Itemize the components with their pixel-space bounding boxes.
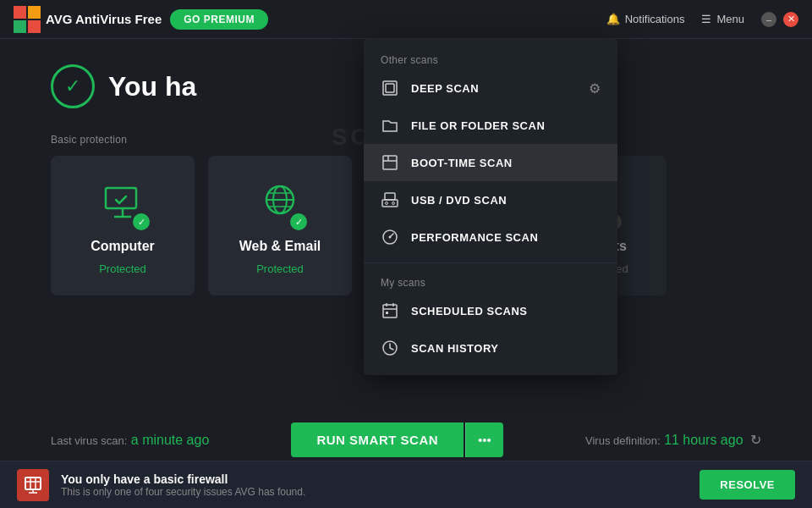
minimize-button[interactable]: – — [761, 12, 776, 27]
my-scans-label: My scans — [364, 270, 617, 292]
boot-time-scan-item[interactable]: BOOT-TIME SCAN — [364, 144, 617, 181]
resolve-button[interactable]: RESOLVE — [700, 470, 795, 500]
svg-rect-29 — [383, 156, 397, 169]
svg-rect-33 — [382, 200, 398, 207]
notifications-button[interactable]: 🔔 Notifications — [606, 13, 685, 25]
file-folder-scan-icon — [381, 116, 399, 135]
scan-history-label: SCAN HISTORY — [411, 342, 601, 355]
computer-card[interactable]: ✓ Computer Protected — [51, 156, 195, 295]
svg-rect-21 — [25, 478, 41, 489]
dropdown-divider — [364, 262, 617, 263]
notifications-label: Notifications — [625, 13, 685, 25]
scheduled-scans-label: SCHEDULED SCANS — [411, 305, 601, 318]
bell-icon: 🔔 — [606, 13, 620, 25]
status-check-circle: ✓ — [51, 64, 95, 108]
scan-history-item[interactable]: SCAN HISTORY — [364, 329, 617, 367]
close-button[interactable]: ✕ — [783, 12, 798, 27]
deep-scan-gear-icon[interactable]: ⚙ — [589, 80, 601, 97]
svg-rect-38 — [383, 305, 397, 318]
bottom-bar: Last virus scan: a minute ago RUN SMART … — [0, 422, 812, 457]
window-controls: – ✕ — [761, 12, 798, 27]
firewall-icon — [24, 476, 42, 494]
title-bar: AVG AntiVirus Free GO PREMIUM 🔔 Notifica… — [0, 0, 812, 39]
file-folder-scan-label: FILE OR FOLDER SCAN — [411, 119, 601, 132]
avg-logo: AVG AntiVirus Free — [14, 6, 162, 33]
run-smart-scan-button[interactable]: RUN SMART SCAN — [291, 422, 464, 457]
web-email-icon-area: ✓ — [253, 176, 307, 230]
web-email-card[interactable]: ✓ Web & Email Protected — [208, 156, 352, 295]
computer-card-status: Protected — [99, 262, 146, 275]
menu-label: Menu — [716, 13, 744, 25]
performance-scan-item[interactable]: PERFORMANCE SCAN — [364, 218, 617, 256]
status-text: You ha — [108, 71, 196, 102]
notif-title: You only have a basic firewall — [61, 472, 688, 486]
boot-time-scan-label: BOOT-TIME SCAN — [411, 157, 601, 169]
menu-button[interactable]: ☰ Menu — [701, 13, 744, 25]
computer-check-badge: ✓ — [133, 213, 150, 230]
scheduled-scans-item[interactable]: SCHEDULED SCANS — [364, 292, 617, 329]
svg-rect-32 — [385, 193, 395, 200]
web-email-check-badge: ✓ — [290, 213, 307, 230]
last-scan-info: Last virus scan: a minute ago — [51, 433, 209, 448]
app-name: AVG AntiVirus Free — [46, 12, 162, 26]
computer-card-title: Computer — [91, 239, 155, 254]
svg-rect-3 — [28, 20, 41, 33]
last-scan-time: a minute ago — [131, 433, 210, 447]
svg-rect-2 — [14, 20, 26, 33]
svg-point-35 — [392, 202, 395, 205]
svg-rect-1 — [28, 6, 41, 19]
usb-dvd-scan-icon — [381, 190, 399, 209]
notif-firewall-icon — [17, 469, 49, 501]
title-bar-right: 🔔 Notifications ☰ Menu – ✕ — [606, 12, 798, 27]
other-scans-label: Other scans — [364, 47, 617, 69]
svg-rect-42 — [386, 312, 388, 314]
title-bar-left: AVG AntiVirus Free GO PREMIUM — [14, 6, 268, 33]
file-folder-scan-item[interactable]: FILE OR FOLDER SCAN — [364, 107, 617, 144]
scan-history-icon — [381, 339, 399, 357]
virus-def-time: 11 hours ago — [664, 433, 743, 447]
svg-rect-0 — [14, 6, 26, 19]
usb-dvd-scan-item[interactable]: USB / DVD SCAN — [364, 181, 617, 218]
scheduled-scans-icon — [381, 301, 399, 320]
svg-point-34 — [386, 202, 388, 205]
deep-scan-label: DEEP SCAN — [411, 82, 577, 95]
usb-dvd-scan-label: USB / DVD SCAN — [411, 194, 601, 207]
last-scan-label: Last virus scan: — [51, 434, 127, 447]
performance-scan-icon — [381, 228, 399, 246]
scan-buttons: RUN SMART SCAN ••• — [291, 422, 502, 457]
notif-subtitle: This is only one of four security issues… — [61, 486, 688, 498]
svg-rect-4 — [106, 188, 136, 208]
hamburger-icon: ☰ — [701, 13, 711, 25]
svg-rect-28 — [386, 84, 394, 92]
deep-scan-icon — [381, 79, 399, 97]
refresh-icon[interactable]: ↻ — [750, 433, 761, 447]
notif-text-area: You only have a basic firewall This is o… — [61, 472, 688, 498]
notification-bar: You only have a basic firewall This is o… — [0, 461, 812, 508]
svg-point-37 — [389, 236, 392, 239]
web-email-card-title: Web & Email — [239, 239, 321, 254]
performance-scan-label: PERFORMANCE SCAN — [411, 231, 601, 244]
go-premium-button[interactable]: GO PREMIUM — [170, 9, 268, 30]
scan-more-button[interactable]: ••• — [465, 422, 503, 457]
virus-def-label: Virus definition: — [585, 434, 661, 447]
boot-time-scan-icon — [381, 153, 399, 172]
avg-logo-icon — [14, 6, 41, 33]
other-scans-dropdown: Other scans DEEP SCAN ⚙ FILE OR FOLDER S… — [364, 39, 617, 375]
deep-scan-item[interactable]: DEEP SCAN ⚙ — [364, 69, 617, 107]
computer-icon-area: ✓ — [96, 176, 150, 230]
web-email-card-status: Protected — [256, 262, 304, 275]
virus-def-info: Virus definition: 11 hours ago ↻ — [585, 432, 761, 448]
